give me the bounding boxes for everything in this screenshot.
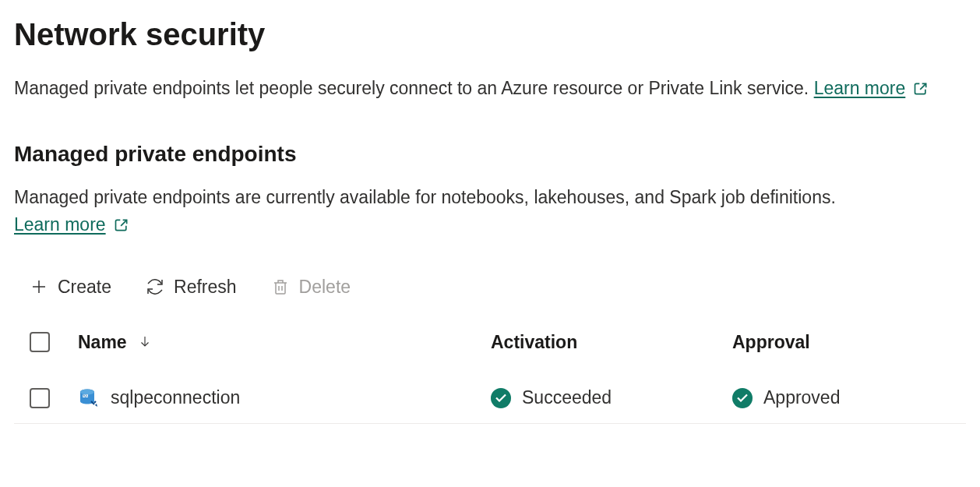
name-cell: SQL sqlpeconnection [78, 387, 491, 409]
activation-cell: Succeeded [491, 387, 732, 408]
sql-resource-icon: SQL [78, 387, 100, 409]
plus-icon [30, 277, 48, 296]
description-text: Managed private endpoints let people sec… [14, 78, 814, 98]
row-checkbox[interactable] [30, 388, 50, 408]
approval-status: Approved [763, 387, 840, 408]
learn-more-link[interactable]: Learn more [814, 75, 929, 103]
delete-icon [271, 277, 290, 296]
toolbar: Create Refresh Delete [14, 277, 966, 298]
table-header-row: Name Activation Approval [14, 332, 966, 376]
page-title: Network security [14, 16, 966, 53]
column-name-label: Name [78, 332, 127, 353]
delete-button: Delete [271, 277, 351, 298]
column-header-activation[interactable]: Activation [491, 332, 577, 353]
create-label: Create [58, 277, 111, 298]
row-checkbox-cell [30, 388, 78, 408]
external-link-icon [913, 81, 929, 97]
external-link-icon [114, 217, 129, 233]
refresh-button[interactable]: Refresh [146, 277, 237, 298]
delete-label: Delete [299, 277, 351, 298]
section-title: Managed private endpoints [14, 142, 966, 167]
learn-more-label: Learn more [814, 75, 906, 103]
sort-arrow-down-icon [138, 332, 152, 353]
create-button[interactable]: Create [30, 277, 111, 298]
svg-text:SQL: SQL [83, 394, 88, 397]
section-description: Managed private endpoints are currently … [14, 184, 949, 239]
column-activation-label: Activation [491, 332, 577, 353]
success-check-icon [732, 388, 753, 408]
column-approval-label: Approval [732, 332, 810, 353]
column-header-name[interactable]: Name [78, 332, 152, 353]
activation-status: Succeeded [522, 387, 612, 408]
table-row[interactable]: SQL sqlpeconnection Succeeded Approved [14, 376, 966, 424]
section-learn-more-label: Learn more [14, 211, 106, 239]
row-name: sqlpeconnection [111, 387, 240, 408]
refresh-label: Refresh [174, 277, 237, 298]
refresh-icon [146, 277, 164, 296]
approval-cell: Approved [732, 387, 966, 408]
column-header-approval[interactable]: Approval [732, 332, 810, 353]
header-checkbox-cell [30, 332, 78, 352]
section-learn-more-link[interactable]: Learn more [14, 211, 129, 239]
svg-marker-9 [95, 404, 97, 407]
section-description-text: Managed private endpoints are currently … [14, 187, 836, 207]
success-check-icon [491, 388, 511, 408]
select-all-checkbox[interactable] [30, 332, 50, 352]
page-description: Managed private endpoints let people sec… [14, 75, 949, 103]
